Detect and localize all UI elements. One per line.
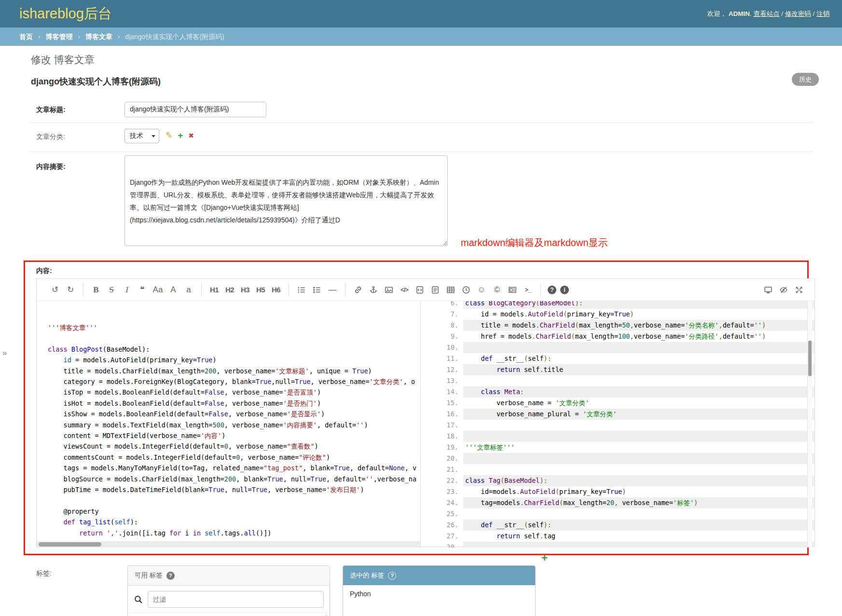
line-number: 28. (437, 542, 463, 548)
redo-icon[interactable]: ↻ (65, 283, 76, 297)
info-icon[interactable]: i (560, 286, 569, 294)
preview-code-text: id = models.AutoField(primary_key=True) (463, 309, 814, 320)
scrollbar-up-arrow-icon[interactable]: ▲ (324, 614, 328, 616)
pagebreak-icon[interactable] (507, 283, 518, 297)
html-entities-icon[interactable]: © (491, 283, 503, 297)
preview-code-text: verbose_name = '文章分类' (463, 397, 814, 409)
heading-2-icon[interactable]: H2 (224, 283, 235, 297)
help-icon[interactable]: ? (388, 572, 396, 580)
edit-category-icon[interactable]: ✎ (166, 130, 172, 140)
markdown-preview-code: 6.class BlogCategory(BaseModel):7. id = … (437, 301, 814, 548)
chevron-down-icon (152, 135, 155, 137)
heading-5-icon[interactable]: H5 (255, 283, 266, 297)
watch-icon[interactable] (762, 283, 774, 297)
breadcrumb-separator: › (78, 33, 80, 41)
help-icon[interactable]: ? (548, 286, 556, 294)
italic-icon[interactable]: I (121, 283, 133, 297)
preview-code-line: 20. (437, 453, 814, 464)
line-number: 23. (437, 486, 463, 497)
code-icon[interactable]: </> (399, 283, 410, 297)
image-icon[interactable] (383, 283, 395, 297)
breadcrumb-blog-admin[interactable]: 博客管理 (45, 33, 72, 41)
preview-code-line: 28. (437, 542, 814, 548)
brand-title: ishareblog后台 (19, 0, 112, 27)
row-divider (29, 151, 813, 152)
heading-6-icon[interactable]: H6 (270, 283, 282, 297)
change-password-link[interactable]: 修改密码 (785, 10, 811, 17)
logout-link[interactable]: 注销 (816, 10, 829, 17)
goto-line-icon[interactable]: >_ (522, 283, 534, 297)
bold-icon[interactable]: B (90, 283, 102, 297)
source-code-line: isHot = models.BooleanField(default=Fals… (48, 398, 420, 409)
preview-code-text: title = models.CharField(max_length=50,v… (463, 320, 814, 331)
category-selected-value: 技术 (130, 132, 143, 140)
heading-1-icon[interactable]: H1 (208, 283, 220, 297)
line-number: 8. (437, 320, 463, 331)
preview-icon[interactable] (778, 283, 789, 297)
fullscreen-icon[interactable] (793, 283, 805, 297)
anchor-icon[interactable] (368, 283, 379, 297)
source-code-line: @property (48, 506, 420, 517)
category-select[interactable]: 技术 (124, 129, 159, 143)
table-icon[interactable] (445, 283, 456, 297)
available-tags-title: 可用 标签 (135, 566, 163, 585)
uppercase-words-icon[interactable]: Aa (152, 283, 164, 297)
line-number: 22. (437, 475, 463, 486)
tags-filter-input[interactable] (148, 591, 324, 608)
vertical-scrollbar[interactable] (807, 301, 812, 548)
breadcrumb-blog-posts[interactable]: 博客文章 (85, 33, 112, 41)
datetime-icon[interactable] (460, 283, 472, 297)
horizontal-rule-icon[interactable]: — (327, 283, 338, 297)
line-number: 26. (437, 520, 463, 531)
chosen-tags-box: 选中的 标签 ? Python (343, 565, 536, 616)
title-input[interactable] (124, 102, 266, 117)
summary-field-label: 内容摘要: (36, 163, 66, 171)
preview-code-text: id=models.AutoField(primary_key=True) (463, 486, 814, 497)
line-number: 16. (437, 409, 463, 420)
markdown-source[interactable]: '''博客文章''' class BlogPost(BaseModel): id… (37, 301, 421, 548)
object-title: django快速实现个人博客(附源码) (31, 76, 161, 87)
help-icon[interactable]: ? (166, 572, 175, 580)
emoji-icon[interactable]: ☺ (476, 283, 487, 297)
vertical-scrollbar-thumb[interactable] (808, 341, 812, 376)
delete-category-icon[interactable]: ✖ (188, 132, 194, 139)
link-icon[interactable] (352, 283, 364, 297)
available-tag-option[interactable]: 网络安全 (128, 613, 330, 616)
list-ul-icon[interactable] (296, 283, 307, 297)
uppercase-icon[interactable]: A (167, 283, 179, 297)
search-icon (134, 595, 143, 604)
quote-icon[interactable]: ❝ (137, 283, 148, 297)
heading-3-icon[interactable]: H3 (239, 283, 251, 297)
preview-code-text: class Meta: (463, 386, 814, 397)
row-divider (29, 123, 813, 123)
breadcrumb-current: django快速实现个人博客(附源码) (125, 33, 224, 41)
add-tag-icon[interactable]: + (541, 552, 548, 564)
breadcrumb-home[interactable]: 首页 (19, 33, 33, 41)
preview-code-line: 14. class Meta: (437, 386, 814, 397)
strikethrough-icon[interactable]: S (106, 283, 117, 297)
welcome-text: 欢迎， (707, 10, 727, 17)
horizontal-scrollbar-thumb[interactable] (39, 542, 101, 547)
lowercase-icon[interactable]: a (183, 283, 194, 297)
source-code-line: title = models.CharField(max_length=200,… (48, 366, 420, 376)
preview-code-text: verbose_name_plural = '文章分类' (463, 409, 814, 420)
username-suffix: . (750, 10, 752, 17)
list-ol-icon[interactable] (311, 283, 323, 297)
view-site-link[interactable]: 查看站点 (753, 10, 779, 17)
preview-code-line: 12. return self.title (437, 364, 814, 375)
source-code-line: viewsCount = models.IntegerField(default… (48, 441, 420, 452)
preformatted-text-icon[interactable] (429, 283, 441, 297)
summary-textarea[interactable]: Django作为一款成熟的Python Web开发框架提供了丰富的内置功能，如O… (124, 155, 448, 246)
horizontal-scrollbar[interactable] (37, 541, 420, 548)
undo-icon[interactable]: ↺ (49, 283, 61, 297)
link-separator: / (813, 10, 816, 17)
source-code-line: category = models.ForeignKey(BlogCategor… (48, 376, 420, 387)
code-block-icon[interactable] (414, 283, 426, 297)
sidebar-toggle-icon[interactable]: » (2, 348, 7, 358)
history-button[interactable]: 历史 (792, 73, 819, 86)
line-number: 27. (437, 531, 463, 542)
preview-code-text (463, 375, 814, 386)
add-category-icon[interactable]: + (178, 131, 183, 140)
line-number: 19. (437, 442, 463, 453)
chosen-tag-option[interactable]: Python (343, 585, 535, 602)
